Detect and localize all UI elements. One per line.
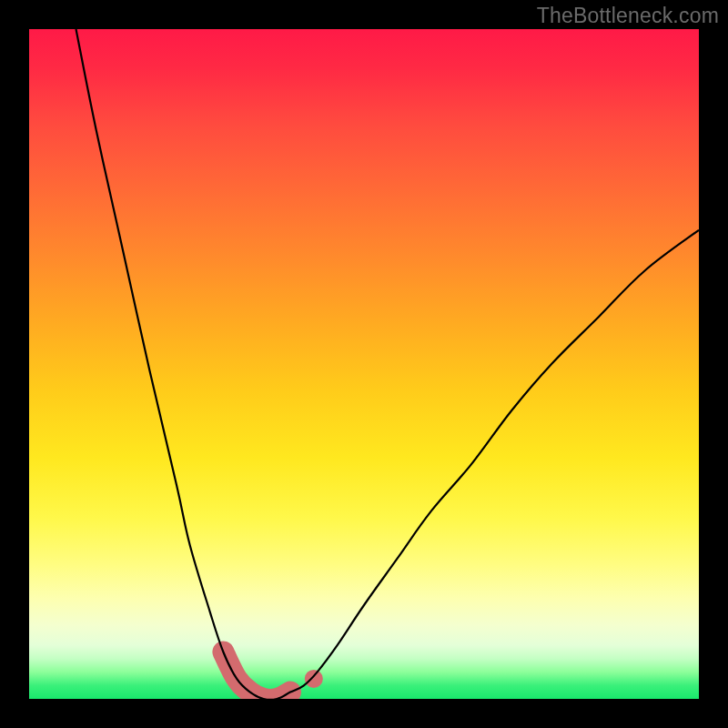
watermark-text: TheBottleneck.com [537, 4, 719, 28]
curve-highlight-dot [305, 670, 323, 688]
chart-plot-area [29, 29, 699, 699]
curve-highlight-segment [223, 652, 290, 700]
bottleneck-curve-line [76, 29, 700, 699]
chart-frame: TheBottleneck.com [0, 0, 728, 728]
chart-svg [29, 29, 699, 699]
